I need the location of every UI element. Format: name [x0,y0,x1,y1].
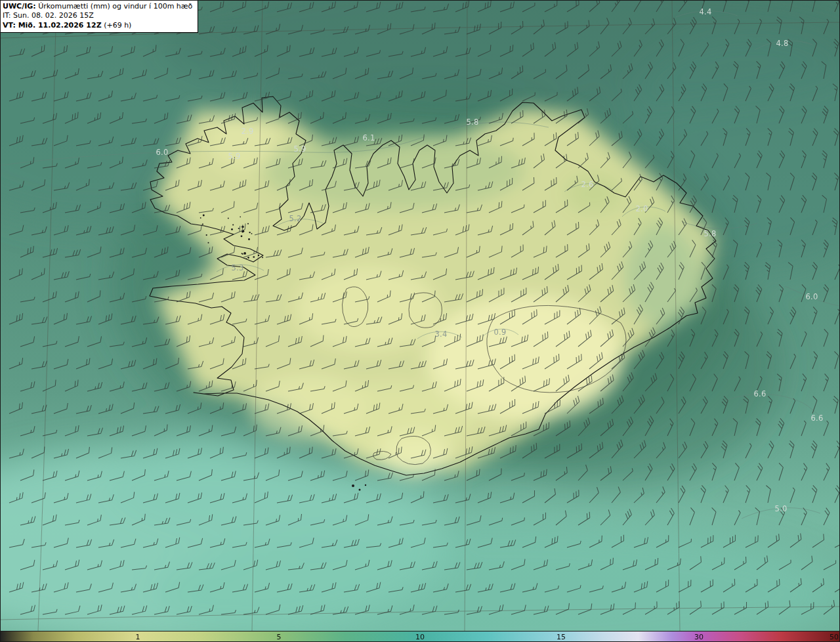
colorbar-tick: 1 [135,633,140,641]
init-time: IT: Sun. 08. 02. 2026 15Z [3,11,192,20]
title-line-model: UWC/IG: Úrkomumætti (mm) og vindur í 100… [3,2,192,11]
model-name: UWC/IG: [3,2,36,11]
colorbar-ticks: 1510153050 [0,631,840,642]
colorbar-tick: 30 [694,633,704,641]
colorbar-tick: 10 [415,633,425,641]
colorbar-tick: 50 [830,633,839,641]
colorbar: 1510153050 [0,631,840,642]
weather-map: 4.44.85.86.12.96.05.95.92.62.05.25.85.36… [0,0,840,642]
map-canvas [0,0,840,631]
valid-time-line: VT: Mið. 11.02.2026 12Z (+69 h) [3,21,192,30]
colorbar-tick: 15 [556,633,566,641]
lead-time: (+69 h) [102,21,132,30]
valid-time: VT: Mið. 11.02.2026 12Z [3,21,102,30]
parameter-name: Úrkomumætti (mm) og vindur í 100m hæð [36,2,193,11]
colorbar-tick: 5 [276,633,281,641]
title-box: UWC/IG: Úrkomumætti (mm) og vindur í 100… [0,0,198,33]
